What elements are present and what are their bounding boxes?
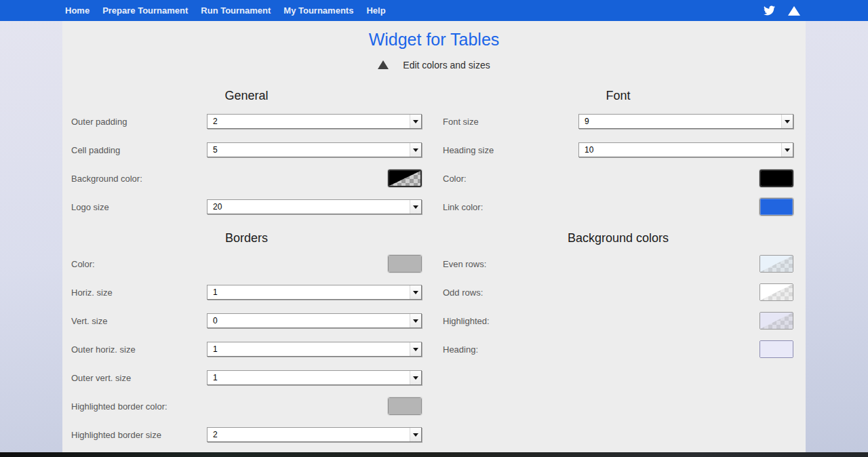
row-even-rows: Even rows:	[443, 250, 793, 278]
settings-panel: Widget for Tables Edit colors and sizes …	[62, 21, 806, 453]
dropdown-button	[781, 115, 793, 128]
nav-item-help[interactable]: Help	[366, 5, 385, 16]
outer-vert-size-value: 1	[208, 371, 410, 384]
row-font-color: Color:	[443, 164, 793, 193]
font-size-label: Font size	[443, 117, 578, 127]
heading-size-select[interactable]: 10	[578, 142, 793, 157]
triangle-up-icon[interactable]	[788, 6, 800, 16]
font-size-select[interactable]: 9	[578, 114, 793, 129]
heading-size-value: 10	[579, 143, 781, 157]
horiz-size-select[interactable]: 1	[207, 285, 422, 300]
nav-right-icons	[762, 5, 800, 16]
dropdown-button	[781, 143, 793, 157]
chevron-down-icon	[413, 205, 418, 209]
outer-padding-select[interactable]: 2	[207, 114, 422, 129]
horiz-size-label: Horiz. size	[71, 287, 207, 298]
row-outer-vert-size: Outer vert. size 1	[71, 363, 422, 392]
horiz-size-value: 1	[208, 285, 410, 299]
background-color-label: Background color:	[71, 174, 207, 184]
link-color-label: Link color:	[443, 202, 578, 212]
dropdown-button	[410, 428, 421, 441]
cell-padding-value: 5	[208, 143, 410, 157]
chevron-down-icon	[413, 120, 418, 123]
logo-size-value: 20	[208, 200, 410, 214]
outer-horiz-size-select[interactable]: 1	[207, 342, 422, 357]
logo-size-select[interactable]: 20	[207, 199, 422, 214]
row-highlighted-border-size: Highlighted border size 2	[71, 420, 422, 449]
row-cell-padding: Cell padding 5	[71, 136, 422, 164]
nav-item-prepare-tournament[interactable]: Prepare Tournament	[102, 5, 188, 16]
odd-rows-label: Odd rows:	[443, 287, 578, 298]
section-heading-borders: Borders	[71, 231, 422, 245]
heading-bg-label: Heading:	[443, 344, 578, 355]
odd-rows-color-swatch[interactable]	[760, 283, 793, 301]
vert-size-label: Vert. size	[71, 316, 207, 326]
row-background-color: Background color:	[71, 164, 422, 193]
outer-vert-size-label: Outer vert. size	[71, 373, 207, 383]
font-color-label: Color:	[443, 174, 578, 184]
row-odd-rows: Odd rows:	[443, 278, 793, 306]
row-font-size: Font size 9	[443, 107, 793, 136]
link-color-swatch[interactable]	[760, 198, 793, 216]
highlighted-bg-color-swatch[interactable]	[760, 312, 793, 330]
dropdown-button	[410, 342, 421, 356]
section-heading-general: General	[71, 88, 422, 103]
row-link-color: Link color:	[443, 193, 793, 221]
vert-size-select[interactable]: 0	[207, 313, 422, 328]
chevron-down-icon	[785, 148, 790, 152]
row-logo-size: Logo size 20	[71, 193, 422, 221]
logo-size-label: Logo size	[71, 202, 207, 212]
chevron-down-icon	[413, 376, 418, 380]
left-column: General Outer padding 2 Cell padding 5	[62, 88, 434, 449]
dropdown-button	[410, 371, 421, 384]
highlighted-border-color-label: Highlighted border color:	[71, 401, 207, 412]
heading-bg-color-swatch[interactable]	[760, 340, 793, 358]
dropdown-button	[410, 285, 421, 299]
heading-size-label: Heading size	[443, 145, 578, 155]
highlighted-bg-label: Highlighted:	[443, 316, 578, 326]
outer-vert-size-select[interactable]: 1	[207, 370, 422, 385]
background-color-swatch[interactable]	[388, 170, 422, 187]
section-heading-font: Font	[443, 88, 793, 103]
bottom-window-edge	[0, 452, 868, 457]
chevron-down-icon	[413, 148, 418, 152]
row-outer-horiz-size: Outer horiz. size 1	[71, 335, 422, 363]
highlighted-border-size-value: 2	[208, 428, 410, 441]
font-size-value: 9	[579, 115, 781, 128]
row-heading-bg: Heading:	[443, 335, 793, 363]
nav-item-run-tournament[interactable]: Run Tournament	[201, 5, 271, 16]
cell-padding-select[interactable]: 5	[207, 142, 422, 157]
highlighted-border-color-swatch[interactable]	[388, 397, 422, 415]
vert-size-value: 0	[208, 314, 410, 327]
right-column: Font Font size 9 Heading size 10	[434, 88, 806, 449]
even-rows-color-swatch[interactable]	[760, 255, 793, 273]
dropdown-button	[410, 115, 421, 128]
twitter-icon[interactable]	[762, 5, 776, 16]
edit-colors-toggle[interactable]: Edit colors and sizes	[62, 58, 806, 71]
top-nav-bar: Home Prepare Tournament Run Tournament M…	[0, 0, 868, 21]
toggle-label: Edit colors and sizes	[403, 60, 490, 71]
dropdown-button	[410, 314, 421, 327]
highlighted-border-size-select[interactable]: 2	[207, 427, 422, 442]
font-color-swatch[interactable]	[760, 170, 793, 187]
chevron-down-icon	[785, 120, 790, 123]
outer-horiz-size-value: 1	[208, 342, 410, 356]
nav-menu: Home Prepare Tournament Run Tournament M…	[65, 5, 386, 16]
row-border-color: Color:	[71, 250, 422, 278]
page-title: Widget for Tables	[62, 29, 806, 50]
row-highlighted-bg: Highlighted:	[443, 306, 793, 335]
chevron-down-icon	[413, 433, 418, 437]
row-outer-padding: Outer padding 2	[71, 107, 422, 136]
row-vert-size: Vert. size 0	[71, 306, 422, 335]
nav-item-home[interactable]: Home	[65, 5, 90, 16]
border-color-swatch[interactable]	[388, 255, 422, 273]
chevron-down-icon	[413, 291, 418, 294]
section-heading-background-colors: Background colors	[443, 231, 793, 245]
settings-columns: General Outer padding 2 Cell padding 5	[62, 88, 806, 449]
collapse-triangle-icon	[378, 60, 389, 69]
chevron-down-icon	[413, 348, 418, 351]
border-color-label: Color:	[71, 259, 207, 269]
nav-item-my-tournaments[interactable]: My Tournaments	[283, 5, 353, 16]
row-horiz-size: Horiz. size 1	[71, 278, 422, 306]
row-heading-size: Heading size 10	[443, 136, 793, 164]
